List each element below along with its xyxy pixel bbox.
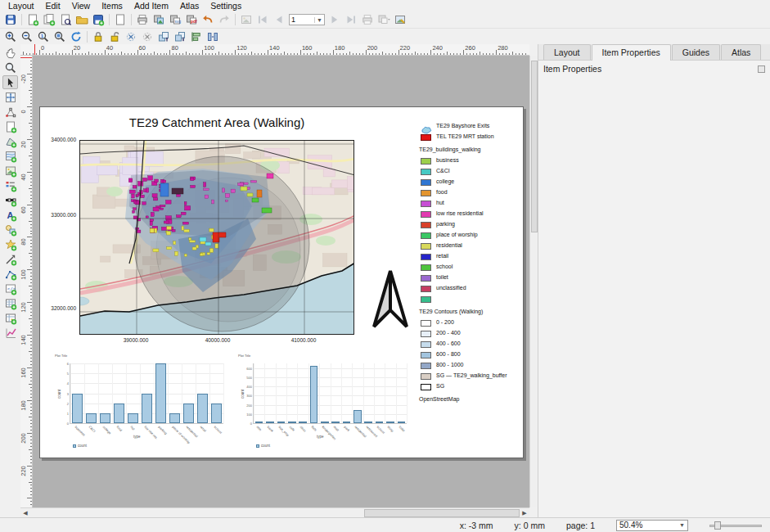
distribute-items-icon[interactable] (205, 29, 220, 43)
bar (255, 422, 263, 423)
new-layout-icon[interactable] (25, 13, 40, 27)
horizontal-ruler[interactable]: 020406080100120140160180200220240260280 (20, 44, 529, 56)
zoom-actual-icon[interactable]: 1 (36, 29, 51, 43)
zoom-slider[interactable] (709, 521, 762, 530)
lock-selected-items-icon[interactable] (91, 29, 106, 43)
ruler-tick (56, 52, 56, 56)
panel-options-button[interactable] (758, 65, 765, 73)
atlas-settings-icon[interactable] (393, 13, 408, 27)
select-move-item-icon[interactable] (2, 75, 18, 89)
add-chart-icon[interactable] (2, 326, 18, 340)
hscroll-thumb[interactable] (364, 509, 520, 517)
legend-label: OpenStreetMap (419, 396, 459, 402)
export-svg-icon[interactable]: svg (168, 13, 182, 27)
deselect-all-items-icon[interactable] (140, 29, 155, 43)
atlas-last-feature-icon[interactable] (344, 13, 358, 27)
horizontal-scrollbar[interactable]: ◀ ▶ (20, 507, 529, 517)
ruler-tick (30, 371, 33, 372)
add-label-icon[interactable]: A (2, 208, 18, 222)
edit-nodes-item-icon[interactable] (2, 105, 18, 119)
add-page-icon[interactable] (2, 119, 18, 133)
ruler-tick (105, 50, 106, 55)
panel-tab-atlas[interactable]: Atlas (721, 44, 761, 60)
atlas-next-feature-icon[interactable] (327, 13, 342, 27)
add-fixed-table-icon[interactable] (2, 311, 18, 325)
export-atlas-icon[interactable] (376, 13, 391, 27)
bar-chart-right[interactable]: Plot Title0100200300400500600atmbankbus_… (235, 353, 414, 449)
scroll-right-arrow[interactable]: ▶ (520, 509, 529, 517)
menu-layout[interactable]: Layout (3, 1, 39, 11)
export-image-icon[interactable] (151, 13, 166, 27)
redo-icon[interactable] (217, 13, 232, 27)
vertical-scrollbar[interactable] (529, 56, 538, 507)
refresh-view-icon[interactable] (69, 29, 83, 43)
zoom-full-icon[interactable] (52, 29, 67, 43)
add-attribute-table-icon[interactable] (2, 296, 18, 310)
ruler-tick (186, 52, 187, 56)
unlock-all-items-icon[interactable] (107, 29, 122, 43)
add-marker-icon[interactable] (2, 237, 18, 251)
scroll-left-arrow[interactable]: ◀ (20, 509, 30, 517)
zoom-out-icon[interactable] (20, 29, 34, 43)
ruler-tick (30, 77, 33, 78)
ruler-tick (333, 50, 334, 55)
north-arrow[interactable] (369, 268, 412, 333)
atlas-page-combo[interactable]: 1▼ (289, 14, 325, 25)
add-html-icon[interactable]: </> (2, 282, 18, 295)
zoom-level-combo[interactable]: 50.4% ▼ (616, 520, 688, 531)
atlas-prev-feature-icon[interactable] (272, 13, 286, 27)
map-title-label[interactable]: TE29 Catchment Area (Walking) (79, 115, 354, 129)
ruler-tick (30, 462, 33, 463)
add-shape-icon[interactable] (2, 223, 18, 237)
layout-page[interactable]: TE29 Catchment Area (Walking) 34000.0003… (39, 106, 524, 458)
ruler-label: 60 (139, 44, 146, 52)
layout-canvas[interactable]: TE29 Catchment Area (Walking) 34000.0003… (33, 56, 529, 507)
add-node-item-icon[interactable] (2, 267, 18, 281)
gridline (297, 363, 298, 423)
add-picture-icon[interactable] (2, 164, 18, 178)
raise-selected-items-icon[interactable] (156, 29, 171, 43)
menu-edit[interactable]: Edit (41, 1, 65, 11)
ruler-tick (30, 243, 33, 244)
menu-atlas[interactable]: Atlas (175, 1, 204, 11)
add-3d-map-icon[interactable] (2, 134, 18, 148)
vertical-ruler[interactable]: -20020406080100120140160180200220 (20, 56, 33, 507)
legend-item[interactable]: TE29 Bayshore ExitsTEL TE29 MRT stationT… (418, 122, 523, 406)
align-items-icon[interactable] (189, 29, 204, 43)
panel-tab-guides[interactable]: Guides (672, 44, 720, 60)
zoom-slider-knob[interactable] (714, 521, 721, 530)
panel-tab-layout[interactable]: Layout (543, 44, 591, 60)
new-page-icon[interactable] (113, 13, 128, 27)
save-as-template-icon[interactable] (91, 13, 106, 27)
panel-tab-item-properties[interactable]: Item Properties (592, 44, 671, 61)
vscroll-thumb[interactable] (531, 61, 538, 232)
select-all-items-icon[interactable] (124, 29, 138, 43)
pan-tool-icon[interactable] (2, 46, 18, 60)
export-pdf-icon[interactable]: pdf (184, 13, 199, 27)
add-legend-icon[interactable] (2, 178, 18, 192)
map-item[interactable] (79, 140, 354, 335)
zoom-in-icon[interactable] (3, 29, 18, 43)
add-map-icon[interactable] (2, 149, 18, 163)
add-arrow-icon[interactable] (2, 252, 18, 266)
menu-items[interactable]: Items (97, 1, 128, 11)
duplicate-layout-icon[interactable] (42, 13, 56, 27)
undo-icon[interactable] (200, 13, 215, 27)
open-layout-icon[interactable] (74, 13, 89, 27)
bar-chart-left[interactable]: Plot Title0123456businessC&CIcollegefood… (52, 353, 231, 449)
ruler-tick (23, 52, 24, 56)
menu-add-item[interactable]: Add Item (129, 1, 173, 11)
ruler-label: 200 (20, 432, 27, 444)
lower-selected-items-icon[interactable] (173, 29, 187, 43)
add-scalebar-icon[interactable] (2, 193, 18, 207)
print-icon[interactable] (135, 13, 150, 27)
atlas-preview-icon[interactable] (239, 13, 254, 27)
atlas-first-feature-icon[interactable] (255, 13, 270, 27)
zoom-tool-icon[interactable] (2, 61, 18, 74)
print-atlas-icon[interactable] (360, 13, 375, 27)
menu-view[interactable]: View (67, 1, 96, 11)
save-project-icon[interactable] (3, 13, 18, 27)
layout-manager-icon[interactable] (58, 13, 73, 27)
move-item-content-icon[interactable] (2, 90, 18, 104)
menu-settings[interactable]: Settings (205, 1, 246, 11)
